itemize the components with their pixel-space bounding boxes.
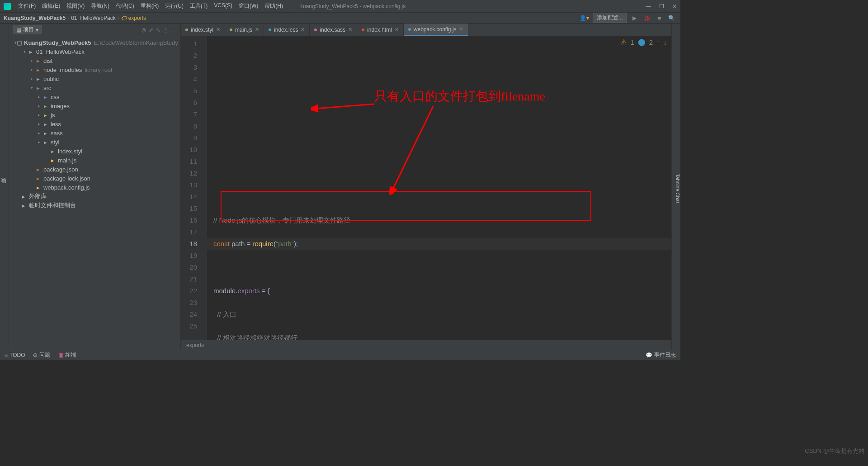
svg-line-0 xyxy=(316,104,374,109)
options-icon[interactable]: ⋮ xyxy=(163,27,169,33)
menu-refactor[interactable]: 重构(R) xyxy=(138,1,162,11)
target-icon[interactable]: ◎ xyxy=(142,27,146,33)
menu-help[interactable]: 帮助(H) xyxy=(262,1,286,11)
right-toolwindow-bar: Tabnine Chat xyxy=(671,24,680,350)
tree-item[interactable]: ▸index.styl xyxy=(9,147,180,156)
menu-code[interactable]: 代码(C) xyxy=(113,1,137,11)
toolwindow-project[interactable]: 项目 xyxy=(0,185,9,190)
tree-item[interactable]: ▸webpack.config.js xyxy=(9,183,180,192)
project-view-selector[interactable]: ▤ 项目 ▾ xyxy=(13,25,42,34)
tree-item[interactable]: ▸package-lock.json xyxy=(9,174,180,183)
minimize-icon[interactable]: — xyxy=(646,3,651,10)
file-icon: ▸ xyxy=(34,184,42,191)
menu-navigate[interactable]: 导航(N) xyxy=(88,1,112,11)
tree-item[interactable]: ▸外部库 xyxy=(9,192,180,201)
file-icon: ▸ xyxy=(34,166,42,173)
tree-item-label: css xyxy=(51,94,60,100)
tree-root[interactable]: ▾ ▢ KuangStudy_WebPack5 E:\Code\WebStorm… xyxy=(9,38,180,47)
run-icon[interactable]: ▶ xyxy=(631,15,638,21)
add-configuration-button[interactable]: 添加配置... xyxy=(593,13,627,23)
tree-item[interactable]: ▸▸styl xyxy=(9,138,180,147)
menu-view[interactable]: 视图(V) xyxy=(64,1,87,11)
stop-icon[interactable]: ■ xyxy=(656,15,663,21)
fold-gutter[interactable] xyxy=(201,36,207,340)
tree-item[interactable]: ▸▸node_moduleslibrary root xyxy=(9,65,180,74)
project-tree[interactable]: ▾ ▢ KuangStudy_WebPack5 E:\Code\WebStorm… xyxy=(9,36,180,350)
toolwindow-tabnine[interactable]: Tabnine Chat xyxy=(675,174,680,203)
code-content[interactable]: 只有入口的文件打包到filename // Node.js的核心模块，专门用来处… xyxy=(207,36,671,340)
tree-item[interactable]: ▾▸src xyxy=(9,83,180,92)
folder-icon: ▢ xyxy=(17,39,22,46)
breadcrumb: KuangStudy_WebPack5 › 01_HelloWebPack › … xyxy=(4,15,146,21)
weak-warning-count: 2 xyxy=(649,38,653,46)
debug-icon[interactable]: 🐞 xyxy=(642,15,652,21)
tree-item-label: 外部库 xyxy=(29,192,47,200)
titlebar: 文件(F) 编辑(E) 视图(V) 导航(N) 代码(C) 重构(R) 运行(U… xyxy=(0,0,680,13)
user-icon[interactable]: 👤▾ xyxy=(580,15,589,21)
warning-icon: ⚠ xyxy=(621,38,627,46)
breadcrumb-root[interactable]: KuangStudy_WebPack5 xyxy=(4,15,66,21)
tree-item[interactable]: ▸临时文件和控制台 xyxy=(9,201,180,210)
maximize-icon[interactable]: ❐ xyxy=(659,3,664,10)
tab-close-icon[interactable]: ✕ xyxy=(301,27,305,33)
menu-file[interactable]: 文件(F) xyxy=(15,1,38,11)
tree-item[interactable]: ▸▸sass xyxy=(9,128,180,138)
editor-tab[interactable]: index.html✕ xyxy=(357,24,404,36)
code-editor[interactable]: ⚠1 ⬤2 ↑ ↓ 123456789101112131415161718192… xyxy=(181,36,671,340)
tree-item[interactable]: ▸▸images xyxy=(9,101,180,110)
editor-tab[interactable]: index.less✕ xyxy=(264,24,310,36)
editor-tab[interactable]: webpack.config.js✕ xyxy=(404,24,468,36)
tab-close-icon[interactable]: ✕ xyxy=(255,27,259,33)
chevron-down-icon: ▾ xyxy=(36,27,38,33)
expand-icon[interactable]: ⤢ xyxy=(149,27,153,33)
bottom-tab-todo[interactable]: ≡TODO xyxy=(5,352,25,358)
collapse-icon[interactable]: ⤡ xyxy=(156,27,160,33)
file-type-icon xyxy=(230,29,232,31)
breadcrumb-tag[interactable]: exports xyxy=(128,15,146,21)
tag-icon: 🏷 xyxy=(121,15,127,21)
menu-window[interactable]: 窗口(W) xyxy=(236,1,261,11)
file-icon: ▸ xyxy=(34,85,42,91)
tree-item[interactable]: ▸▸public xyxy=(9,74,180,83)
tab-close-icon[interactable]: ✕ xyxy=(216,27,220,33)
breadcrumb-item[interactable]: 01_HelloWebPack xyxy=(71,15,116,21)
tree-item-label: src xyxy=(43,85,51,91)
tree-item[interactable]: ▸▸dist xyxy=(9,56,180,65)
next-highlight-icon[interactable]: ↓ xyxy=(664,38,667,46)
menu-vcs[interactable]: VCS(S) xyxy=(211,1,235,11)
editor-breadcrumb[interactable]: exports xyxy=(181,340,671,350)
tree-item[interactable]: ▸▸css xyxy=(9,92,180,101)
file-icon: ▸ xyxy=(42,130,49,137)
bottom-tab-terminal[interactable]: ▣终端 xyxy=(58,351,76,359)
tree-item-label: node_modules xyxy=(43,67,82,73)
bottom-tab-events[interactable]: 💬事件日志 xyxy=(646,351,676,359)
hide-icon[interactable]: — xyxy=(171,27,177,33)
tree-item-label: index.styl xyxy=(58,148,82,155)
file-type-icon xyxy=(408,28,411,31)
tab-close-icon[interactable]: ✕ xyxy=(348,27,352,33)
menu-edit[interactable]: 编辑(E) xyxy=(39,1,63,11)
editor-tab[interactable]: main.js✕ xyxy=(225,24,264,36)
tree-item[interactable]: ▾▸01_HelloWebPack xyxy=(9,47,180,56)
tab-close-icon[interactable]: ✕ xyxy=(459,26,463,32)
tree-item[interactable]: ▸▸js xyxy=(9,110,180,119)
tab-close-icon[interactable]: ✕ xyxy=(395,27,399,33)
annotation-text: 只有入口的文件打包到filename xyxy=(374,90,545,102)
menu-run[interactable]: 运行(U) xyxy=(162,1,186,11)
file-icon: ▸ xyxy=(20,193,27,200)
tree-item[interactable]: ▸main.js xyxy=(9,156,180,165)
close-icon[interactable]: ✕ xyxy=(672,3,677,10)
app-logo-icon xyxy=(4,3,11,10)
editor-tab[interactable]: index.sass✕ xyxy=(310,24,357,36)
bottom-tab-problems[interactable]: ⊘问题 xyxy=(33,351,50,359)
file-icon: ▸ xyxy=(34,67,42,73)
tree-item-label: js xyxy=(51,112,55,119)
prev-highlight-icon[interactable]: ↑ xyxy=(656,38,660,46)
file-icon: ▸ xyxy=(34,57,42,64)
search-icon[interactable]: 🔍 xyxy=(666,15,677,21)
tree-item[interactable]: ▸▸less xyxy=(9,119,180,128)
editor-tab[interactable]: index.styl✕ xyxy=(181,24,225,36)
tree-item[interactable]: ▸package.json xyxy=(9,165,180,174)
inspection-widget[interactable]: ⚠1 ⬤2 ↑ ↓ xyxy=(621,38,667,46)
menu-tools[interactable]: 工具(T) xyxy=(187,1,210,11)
